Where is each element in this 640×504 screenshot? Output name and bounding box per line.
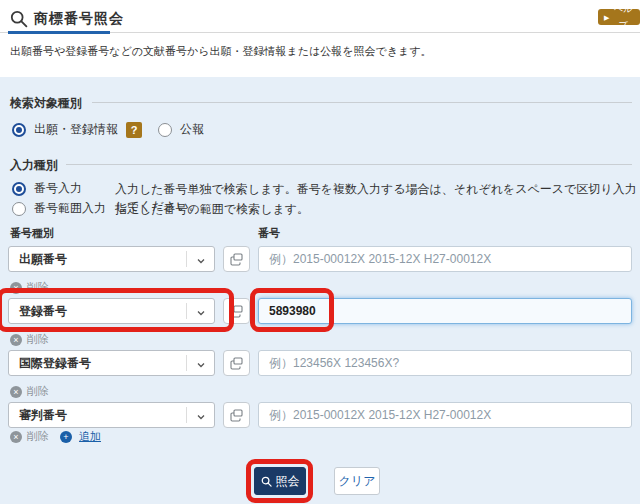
radio-label-application-registration-info: 出願・登録情報 — [34, 121, 118, 138]
select-separator — [186, 407, 187, 423]
selected-number-type: 出願番号 — [19, 252, 67, 266]
add-link-label: 追加 — [79, 429, 101, 444]
copy-row-button[interactable] — [223, 402, 250, 428]
delete-link-row: × 削除 — [10, 280, 49, 295]
radio-gazette[interactable] — [158, 123, 172, 137]
selected-number-type: 登録番号 — [19, 304, 67, 318]
help-arrow-icon: ▶ — [604, 14, 609, 21]
help-button[interactable]: ▶ ヘルプ — [598, 9, 640, 25]
radio-label-number-range-input: 番号範囲入力 — [34, 200, 106, 217]
help-button-label: ヘルプ — [612, 1, 634, 33]
delete-link-row: × 削除 — [10, 332, 49, 347]
radio-number-range-input[interactable] — [12, 202, 26, 216]
delete-circle-icon[interactable]: × — [10, 282, 22, 294]
page-title: 商標番号照会 — [34, 10, 124, 28]
delete-circle-icon[interactable]: × — [10, 334, 22, 346]
number-input-appeal[interactable] — [258, 402, 632, 428]
page-description: 出願番号や登録番号などの文献番号から出願・登録情報または公報を照会できます。 — [10, 44, 432, 59]
section-label-input-type: 入力種別 — [10, 157, 58, 174]
section-divider — [92, 102, 632, 103]
number-input-application[interactable] — [258, 246, 632, 272]
trademark-number-inquiry-page: 商標番号照会 ▶ ヘルプ 出願番号や登録番号などの文献番号から出願・登録情報また… — [0, 0, 640, 504]
section-label-search-target: 検索対象種別 — [10, 95, 82, 112]
clear-button[interactable]: クリア — [334, 467, 380, 495]
chevron-down-icon — [197, 309, 205, 317]
copy-icon — [230, 409, 243, 422]
section-divider — [66, 164, 632, 165]
chevron-down-icon — [197, 361, 205, 369]
number-type-select-application[interactable]: 出願番号 — [8, 246, 215, 272]
delete-circle-icon[interactable]: × — [10, 386, 22, 398]
select-separator — [186, 251, 187, 267]
search-icon — [10, 10, 28, 28]
delete-link-label[interactable]: 削除 — [27, 429, 49, 444]
number-row-application: 出願番号 — [0, 246, 640, 272]
chevron-down-icon — [197, 413, 205, 421]
number-input-registration[interactable] — [258, 298, 632, 324]
number-row-appeal: 審判番号 — [0, 402, 640, 428]
add-circle-icon: + — [60, 431, 72, 443]
clear-button-label: クリア — [339, 474, 376, 488]
delete-link-label[interactable]: 削除 — [27, 280, 49, 295]
question-help-icon[interactable]: ? — [126, 122, 142, 138]
number-row-international: 国際登録番号 — [0, 350, 640, 376]
copy-row-button[interactable] — [223, 246, 250, 272]
radio-label-gazette: 公報 — [180, 121, 204, 138]
input-type-option-range: 番号範囲入力 — [12, 200, 106, 217]
radio-application-registration-info[interactable] — [12, 123, 26, 137]
number-input-international[interactable] — [258, 350, 632, 376]
radio-label-number-input: 番号入力 — [34, 180, 82, 197]
column-header-number: 番号 — [258, 226, 280, 241]
copy-icon — [230, 253, 243, 266]
copy-row-button[interactable] — [223, 298, 250, 324]
column-header-number-type: 番号種別 — [10, 226, 54, 241]
search-target-options: 出願・登録情報 ? 公報 — [12, 121, 204, 138]
copy-row-button[interactable] — [223, 350, 250, 376]
input-type-option-number: 番号入力 — [12, 180, 82, 197]
number-type-select-registration[interactable]: 登録番号 — [8, 298, 215, 324]
add-row-link[interactable]: + 追加 — [60, 429, 101, 444]
number-range-description: 指定した番号の範囲で検索します。 — [115, 201, 309, 218]
search-icon — [261, 476, 272, 487]
number-type-select-appeal[interactable]: 審判番号 — [8, 402, 215, 428]
title-accent-underline — [8, 31, 110, 34]
chevron-down-icon — [197, 257, 205, 265]
number-row-registration: 登録番号 — [0, 298, 640, 324]
inquiry-button-label: 照会 — [276, 473, 300, 490]
delete-circle-icon[interactable]: × — [10, 431, 22, 443]
number-type-select-international[interactable]: 国際登録番号 — [8, 350, 215, 376]
select-separator — [186, 303, 187, 319]
select-separator — [186, 355, 187, 371]
delete-link-label[interactable]: 削除 — [27, 332, 49, 347]
inquiry-submit-button[interactable]: 照会 — [254, 467, 306, 495]
copy-icon — [230, 357, 243, 370]
selected-number-type: 審判番号 — [19, 408, 67, 422]
radio-number-input[interactable] — [12, 182, 26, 196]
selected-number-type: 国際登録番号 — [19, 356, 91, 370]
delete-add-link-row: × 削除 + 追加 — [10, 429, 101, 444]
delete-link-row: × 削除 — [10, 384, 49, 399]
delete-link-label[interactable]: 削除 — [27, 384, 49, 399]
copy-icon — [230, 305, 243, 318]
